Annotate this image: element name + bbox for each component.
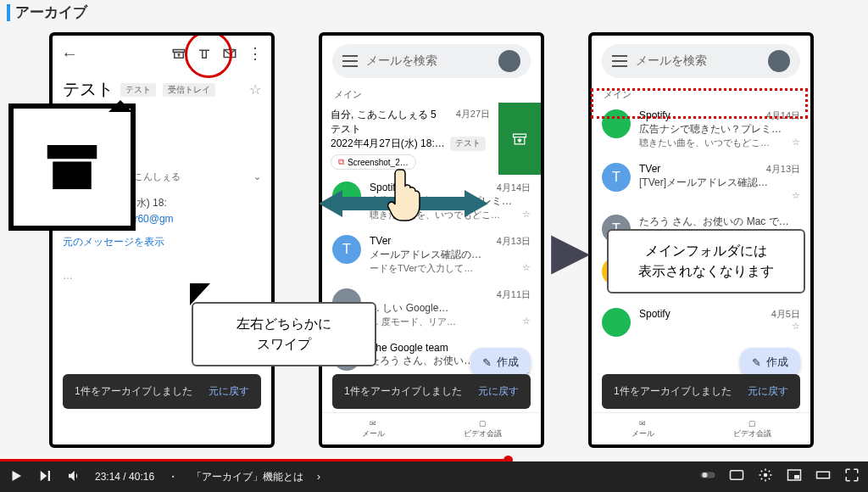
mail-tag-1: テスト [120, 83, 156, 97]
avatar: T [602, 163, 631, 192]
bottom-nav: ✉メール ▢ビデオ会議 [592, 412, 810, 444]
pen-icon: ✎ [482, 356, 492, 369]
account-avatar[interactable] [498, 50, 520, 72]
video-time: 23:14 / 40:16 [95, 471, 154, 483]
search-bar[interactable]: メールを検索 [602, 44, 800, 78]
nav-meet[interactable]: ▢ビデオ会議 [733, 419, 771, 439]
highlight-circle [185, 32, 232, 78]
back-icon[interactable]: ← [61, 44, 78, 64]
menu-icon[interactable] [612, 55, 627, 67]
search-bar[interactable]: メールを検索 [332, 44, 531, 78]
mail-header: ← ⋮ [53, 36, 271, 71]
avatar [602, 308, 631, 337]
undo-button[interactable]: 元に戻す [748, 384, 788, 399]
mail-item[interactable]: T TVer4月13日 [TVer]メールアドレス確認… ☆ [592, 156, 810, 208]
play-button[interactable] [8, 468, 24, 486]
theater-button[interactable] [815, 467, 831, 486]
toast: 1件をアーカイブしました 元に戻す [63, 374, 261, 409]
chevron-right-icon[interactable]: › [317, 471, 320, 483]
swipe-archive-action[interactable] [498, 103, 541, 175]
compose-button[interactable]: ✎作成 [470, 348, 531, 377]
nav-mail[interactable]: ✉メール [632, 419, 654, 439]
inbox-label: メイン [322, 87, 541, 103]
mail-tag-2: 受信トレイ [163, 83, 215, 97]
mail-item[interactable]: Spotify4月5日 ☆ [592, 301, 810, 344]
archive-icon-callout [8, 103, 136, 231]
settings-icon[interactable] [758, 467, 773, 486]
autoplay-toggle[interactable] [700, 467, 715, 486]
callout-result: メインフォルダには 表示されなくなります [607, 229, 805, 294]
result-arrow-icon: ▶ [551, 221, 590, 280]
volume-button[interactable] [66, 468, 81, 486]
video-chapter: 「アーカイブ」機能とは [192, 470, 303, 484]
search-placeholder: メールを検索 [366, 53, 437, 69]
svg-point-8 [764, 473, 768, 478]
mail-title-row: テスト テスト 受信トレイ ☆ [53, 71, 271, 104]
avatar: T [332, 235, 361, 264]
svg-marker-3 [319, 190, 395, 217]
callout-swipe: 左右どちらかに スワイプ [192, 302, 376, 366]
miniplayer-button[interactable] [787, 467, 802, 486]
title-accent-bar [7, 4, 10, 21]
toast: 1件をアーカイブしました 元に戻す [602, 374, 800, 409]
svg-rect-7 [731, 471, 743, 480]
title-text: アーカイブ [15, 3, 87, 22]
fullscreen-button[interactable] [844, 467, 860, 486]
next-button[interactable] [37, 468, 53, 486]
pen-icon: ✎ [752, 356, 761, 369]
phone-screen-2: メールを検索 メイン 自分, こあこんしぇる 54月27日 テスト 2022年4… [319, 32, 544, 448]
toast-message: 1件をアーカイブしました [614, 384, 732, 399]
compose-button[interactable]: ✎作成 [740, 348, 800, 377]
nav-meet[interactable]: ▢ビデオ会議 [464, 419, 502, 439]
show-original-link[interactable]: 元のメッセージを表示 [63, 234, 261, 250]
svg-rect-11 [817, 472, 830, 478]
toast: 1件をアーカイブしました 元に戻す [332, 374, 531, 409]
undo-button[interactable]: 元に戻す [478, 384, 519, 399]
video-player-controls: 23:14 / 40:16 ・ 「アーカイブ」機能とは › [0, 461, 868, 492]
search-placeholder: メールを検索 [636, 53, 707, 69]
nav-mail[interactable]: ✉メール [362, 419, 385, 439]
account-avatar[interactable] [768, 50, 790, 72]
swipe-item[interactable]: 自分, こあこんしぇる 54月27日 テスト 2022年4月27日(水) 18:… [322, 103, 541, 175]
phone-screen-1: ← ⋮ テスト テスト 受信トレイ ☆ 4月27日 ↩︎9:48 To: こあこ… [49, 32, 275, 448]
slide-title: アーカイブ [7, 3, 87, 22]
toast-message: 1件をアーカイブしました [344, 384, 462, 399]
menu-icon[interactable] [342, 55, 358, 67]
star-icon[interactable]: ☆ [249, 81, 261, 98]
mail-item[interactable]: T TVer4月13日 メールアドレス確認の… ードをTVerで入力して…☆ [322, 228, 541, 282]
svg-point-6 [703, 472, 708, 478]
more-icon[interactable]: ⋮ [248, 44, 263, 63]
svg-rect-10 [794, 475, 799, 479]
removed-highlight [591, 88, 808, 119]
mail-subject: テスト [63, 78, 114, 101]
undo-button[interactable]: 元に戻す [209, 384, 249, 399]
toast-message: 1件をアーカイブしました [75, 384, 192, 399]
bottom-nav: ✉メール ▢ビデオ会議 [322, 412, 541, 444]
hand-pointer-icon [387, 166, 424, 222]
captions-button[interactable] [729, 467, 744, 486]
